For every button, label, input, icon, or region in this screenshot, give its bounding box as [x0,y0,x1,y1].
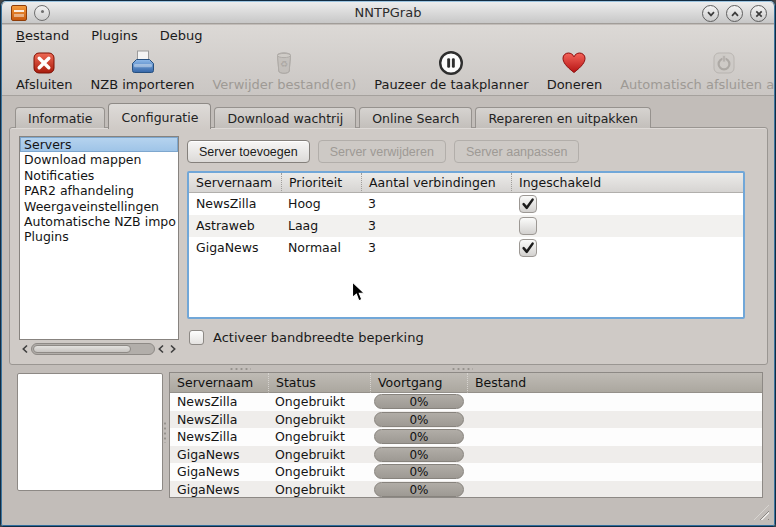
server-enabled-checkbox[interactable] [519,195,537,213]
toolbar-button-pauzeer-de-taakplanner[interactable]: Pauzeer de taakplanner [365,47,537,95]
progress-bar: 0% [374,394,464,409]
toolbar-button-verwijder-bestand-en[interactable]: ♻Verwijder bestand(en) [203,47,365,95]
column-header-servernaam[interactable]: Servernaam [170,373,268,393]
menubar: BestandPluginsDebug [5,25,214,47]
menu-item-debug[interactable]: Debug [149,25,214,47]
pane-resize-handle[interactable] [451,367,473,371]
toolbar-button-nzb-importeren[interactable]: NZB importeren [82,47,204,95]
status-cell-status: Ongebruikt [268,446,370,464]
connection-row[interactable]: NewsZillaOngebruikt0% [170,393,762,411]
status-cell-status: Ongebruikt [268,463,370,481]
sidebar-item-automatische-nzb-impo[interactable]: Automatische NZB impo [20,214,178,229]
server-table-header: ServernaamPrioriteitAantal verbindingenI… [189,173,743,193]
connection-row[interactable]: GigaNewsOngebruikt0% [170,446,762,464]
menu-item-bestand[interactable]: Bestand [5,25,80,47]
server-cell-aantal_verbindingen: 3 [361,215,511,237]
server-cell-aantal_verbindingen: 3 [361,237,511,259]
minimize-button[interactable] [702,5,719,22]
status-cell-bestand [467,463,762,481]
server-cell-prioriteit: Hoog [281,193,361,215]
server-actions: Server toevoegenServer verwijderenServer… [187,140,579,163]
server-cell-ingeschakeld [511,193,743,215]
server-cell-servernaam: NewsZilla [189,193,281,215]
connection-row[interactable]: NewsZillaOngebruikt0% [170,411,762,429]
status-cell-bestand [467,428,762,446]
progress-bar: 0% [374,429,464,444]
sidebar-item-notificaties[interactable]: Notificaties [20,168,178,183]
status-cell-servernaam: NewsZilla [170,393,268,411]
status-cell-voortgang: 0% [370,428,467,446]
checkmark-icon [521,197,535,211]
column-header-ingeschakeld[interactable]: Ingeschakeld [511,173,743,193]
column-header-servernaam[interactable]: Servernaam [189,173,281,193]
toolbar-button-automatisch-afsluiten-activeren[interactable]: Automatisch afsluiten activeren [611,47,776,95]
heart-icon [561,49,587,76]
server-row[interactable]: AstrawebLaag3 [189,215,743,237]
status-cell-bestand [467,446,762,464]
sidebar-horizontal-scrollbar[interactable] [19,342,179,356]
status-cell-status: Ongebruikt [268,428,370,446]
sidebar-item-plugins[interactable]: Plugins [20,229,178,244]
column-header-voortgang[interactable]: Voortgang [370,373,467,393]
column-header-prioriteit[interactable]: Prioriteit [281,173,361,193]
scroll-right-icon[interactable] [167,342,179,356]
toolbar-button-label: Verwijder bestand(en) [212,77,356,92]
sidebar-item-weergaveinstellingen[interactable]: Weergaveinstellingen [20,199,178,214]
close-icon [754,9,764,19]
sidebar-item-servers[interactable]: Servers [20,137,178,152]
scrollbar-track[interactable] [31,343,155,355]
toolbar: AfsluitenNZB importeren♻Verwijder bestan… [3,47,773,95]
close-button[interactable] [750,5,767,22]
maximize-button[interactable] [726,5,743,22]
column-header-status[interactable]: Status [268,373,370,393]
resize-grip[interactable] [754,505,769,520]
column-header-bestand[interactable]: Bestand [467,373,762,393]
server-cell-ingeschakeld [511,237,743,259]
sidebar-item-download-mappen[interactable]: Download mappen [20,152,178,167]
bandwidth-limit-label: Activeer bandbreedte beperking [213,330,424,345]
scrollbar-thumb[interactable] [33,345,131,353]
status-cell-voortgang: 0% [370,463,467,481]
tab-bar: InformatieConfiguratieDownload wachtrijO… [15,102,651,128]
tab-repareren-en-uitpakken[interactable]: Repareren en uitpakken [475,107,651,128]
status-cell-status: Ongebruikt [268,393,370,411]
connection-row[interactable]: NewsZillaOngebruikt0% [170,428,762,446]
toolbar-button-doneren[interactable]: Doneren [538,47,612,95]
tab-online-search[interactable]: Online Search [359,107,472,128]
server-enabled-checkbox[interactable] [519,217,537,235]
connection-row[interactable]: GigaNewsOngebruikt0% [170,463,762,481]
pane-resize-handle[interactable] [229,367,251,371]
server-row[interactable]: GigaNewsNormaal3 [189,237,743,259]
status-cell-voortgang: 0% [370,481,467,498]
server-row[interactable]: NewsZillaHoog3 [189,193,743,215]
progress-bar: 0% [374,447,464,462]
sidebar-item-par2-afhandeling[interactable]: PAR2 afhandeling [20,183,178,198]
toolbar-button-label: Pauzeer de taakplanner [374,77,528,92]
server-aanpassen-button[interactable]: Server aanpassen [454,140,579,163]
server-verwijderen-button[interactable]: Server verwijderen [318,140,446,163]
bandwidth-limit-checkbox[interactable] [189,330,204,345]
scroll-left-icon[interactable] [19,342,31,356]
bandwidth-limit-row: Activeer bandbreedte beperking [189,330,424,345]
titlebar[interactable]: NNTPGrab [2,2,774,24]
server-toevoegen-button[interactable]: Server toevoegen [187,140,310,163]
connection-row[interactable]: GigaNewsOngebruikt0% [170,481,762,498]
tab-download-wachtrij[interactable]: Download wachtrij [214,107,356,128]
column-header-aantal-verbindingen[interactable]: Aantal verbindingen [361,173,511,193]
server-enabled-checkbox[interactable] [519,239,537,257]
menu-item-plugins[interactable]: Plugins [80,25,149,47]
toolbar-button-label: Afsluiten [16,77,73,92]
status-cell-servernaam: GigaNews [170,463,268,481]
status-cell-status: Ongebruikt [268,411,370,429]
status-cell-servernaam: GigaNews [170,446,268,464]
status-cell-voortgang: 0% [370,446,467,464]
toolbar-button-afsluiten[interactable]: Afsluiten [7,47,82,95]
progress-bar: 0% [374,482,464,497]
toolbar-button-label: Doneren [547,77,603,92]
splitter-handle[interactable] [163,421,167,443]
scroll-left-icon[interactable] [155,342,167,356]
tab-informatie[interactable]: Informatie [15,107,105,128]
tab-configuratie[interactable]: Configuratie [108,103,211,129]
window-title: NNTPGrab [2,5,774,20]
status-cell-bestand [467,393,762,411]
